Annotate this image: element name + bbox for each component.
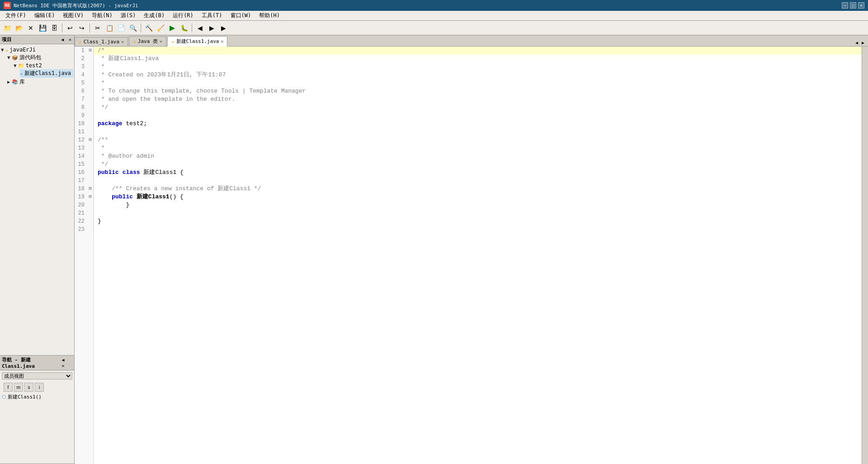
code-editor[interactable]: 1 2 3 4 5 6 7 8 9 10 11 12 13 14 [75,47,868,464]
member-item-constructor[interactable]: ⬡ 新建Class1() [2,393,72,401]
tab-bar: ☕ Class_1.java ✕ ☕ Java 类 ✕ ☕ 新建Class1.j… [75,35,868,47]
kw-package: package [98,120,123,128]
project-panel-title: 项目 [2,36,12,43]
navigator-header-left: 导航 - 新建Class1.java [2,356,61,369]
tree-arrow-test2: ▼ [14,63,17,69]
save-all-button[interactable]: 🗄 [49,23,60,33]
code-span-8: */ [98,103,108,112]
close-project-button[interactable]: ✕ [25,23,36,33]
fold-19[interactable]: ⊟ [87,193,93,201]
paren-19: () { [170,193,184,201]
menu-file[interactable]: 文件(F) [2,11,30,20]
project-icon-javaji: ☕ [5,47,9,53]
line-numbers: 1 2 3 4 5 6 7 8 9 10 11 12 13 14 [75,47,94,464]
linenum-16: 16 [75,169,87,177]
paste-button[interactable]: 📄 [116,23,127,33]
tree-item-lib[interactable]: ▶ 📚 库 [7,78,73,86]
code-span-13: * [98,144,105,152]
fold-12[interactable]: ⊟ [87,136,93,144]
filter-static-button[interactable]: s [24,383,33,392]
menu-help[interactable]: 帮助(H) [255,11,283,20]
copy-button[interactable]: 📋 [104,23,115,33]
tree-label-xinclass: 新建Class1.java [24,70,71,77]
linenum-14: 14 [75,152,87,160]
navigator-close[interactable]: ✕ [61,363,66,368]
code-span-6: * To change this template, choose Tools … [98,87,306,95]
code-line-2: * 新建Class1.java [94,55,862,63]
tree-item-xinclass[interactable]: ☕ 新建Class1.java [20,69,73,78]
redo-button[interactable]: ↪ [76,23,87,33]
minimize-button[interactable]: — [842,2,848,9]
debug-button[interactable]: 🐛 [179,23,189,33]
linenum-17: 17 [75,177,87,185]
fold-col: ⊟ ⊟ [87,47,94,234]
menu-navigate[interactable]: 导航(N) [88,11,116,20]
menu-source[interactable]: 源(S) [117,11,140,20]
navigator-view-select[interactable]: 成员视图 [2,372,72,380]
open-project-button[interactable]: 📂 [14,23,24,33]
code-content[interactable]: /* * 新建Class1.java * * Created on 2023年1… [94,47,862,464]
tab-java-close[interactable]: ✕ [160,39,162,44]
fold-5 [87,79,93,87]
clean-button[interactable]: 🧹 [155,23,166,33]
fold-1[interactable]: ⊟ [87,47,93,55]
linenum-13: 13 [75,144,87,152]
filter-fields-button[interactable]: f [4,383,13,392]
tree-label-srcpkg: 源代码包 [19,54,41,61]
linenum-19: 19 [75,193,87,201]
next-button[interactable]: ▶ [206,23,217,33]
indent-19 [98,193,112,201]
constructor-icon: ⬡ [2,394,6,400]
menu-window[interactable]: 窗口(W) [227,11,255,20]
cut-button[interactable]: ✂ [92,23,103,33]
build-button[interactable]: 🔨 [143,23,154,33]
run-button[interactable]: ▶ [167,23,178,33]
fold-18[interactable]: ⊟ [87,185,93,193]
pkg-name: test2; [123,120,147,128]
right-scrollbar[interactable] [862,47,868,464]
code-line-16: public class 新建Class1 { [94,169,862,177]
project-panel-close[interactable]: ✕ [68,37,72,42]
navigator-minimize[interactable]: ◀ [61,357,66,362]
prev-button[interactable]: ◀ [194,23,205,33]
fold-10 [87,120,93,128]
close-button[interactable]: ✕ [858,2,864,9]
tab-java[interactable]: ☕ Java 类 ✕ [129,36,166,46]
linenum-4: 4 [75,71,87,79]
tab-class1-close[interactable]: ✕ [121,39,124,44]
undo-button[interactable]: ↩ [65,23,75,33]
save-button[interactable]: 💾 [37,23,48,33]
filter-methods-button[interactable]: m [14,383,23,392]
filter-inherited-button[interactable]: i [35,383,44,392]
tab-java-label: Java 类 [138,38,158,45]
project-panel-minimize[interactable]: ◀ [60,37,65,42]
new-project-button[interactable]: 📁 [2,23,13,33]
filter-area: f m s i [2,381,72,393]
tab-scroll-right[interactable]: ▶ [860,39,866,46]
tab-xinclass[interactable]: ☕ 新建Class1.java ✕ [167,36,228,47]
kw-class-16: class [123,169,140,177]
linenum-1: 1 [75,47,87,55]
fold-3 [87,63,93,71]
tree-item-test2[interactable]: ▼ 📁 test2 [14,62,73,69]
tree-item-srcpkg[interactable]: ▼ 📦 源代码包 [7,53,73,62]
menu-view[interactable]: 视图(V) [59,11,87,20]
tab-class1[interactable]: ☕ Class_1.java ✕ [75,37,128,46]
fold-15 [87,160,93,169]
tree-item-javaji[interactable]: ▼ ☕ javaErJi [1,46,73,53]
code-line-13: * [94,144,862,152]
menu-tools[interactable]: 工具(T) [198,11,226,20]
linenum-2: 2 [75,55,87,63]
find-button[interactable]: 🔍 [127,23,138,33]
menu-run[interactable]: 运行(R) [169,11,197,20]
member-label-constructor: 新建Class1() [8,394,42,400]
fold-21 [87,209,93,217]
extra-button[interactable]: ▶ [218,23,229,33]
code-line-15: */ [94,160,862,169]
menu-edit[interactable]: 编辑(E) [31,11,59,20]
menu-build[interactable]: 生成(B) [140,11,168,20]
tab-xinclass-close[interactable]: ✕ [221,39,223,44]
maximize-button[interactable]: □ [850,2,856,9]
code-span-20: } [98,201,129,209]
tab-scroll-left[interactable]: ◀ [854,39,860,46]
